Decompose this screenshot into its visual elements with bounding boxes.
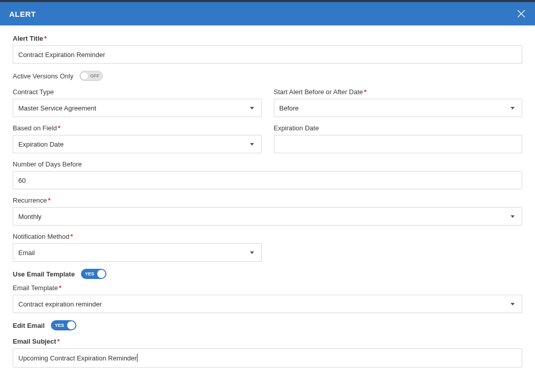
expiration-date-input[interactable] [274,135,523,153]
num-days-input[interactable]: 60 [13,171,522,189]
required-indicator: * [59,284,62,292]
num-days-label: Number of Days Before [13,160,82,168]
required-indicator: * [364,88,367,96]
toggle-yes-label: YES [85,271,94,276]
email-template-label: Email Template* [13,284,62,292]
dialog-body: Alert Title* Contract Expiration Reminde… [0,25,535,373]
start-alert-select[interactable]: Before [274,99,523,117]
toggle-knob [67,321,75,329]
toggle-off-label: OFF [90,73,99,78]
chevron-down-icon [250,107,254,109]
based-on-field-select[interactable]: Expiration Date [13,135,262,153]
active-versions-toggle[interactable]: OFF [79,71,103,81]
use-email-template-toggle[interactable]: YES [81,269,106,279]
email-subject-input[interactable]: Upcoming Contract Expiration Reminder [13,348,522,368]
contract-type-select[interactable]: Master Service Agreement [13,99,262,117]
active-versions-label: Active Versions Only [13,72,73,80]
email-template-select[interactable]: Contract expiration reminder [13,295,522,313]
required-indicator: * [48,197,50,204]
chevron-down-icon [511,303,515,305]
expiration-date-label: Expiration Date [274,124,319,132]
start-alert-label: Start Alert Before or After Date* [274,88,367,96]
required-indicator: * [70,233,73,240]
recurrence-label: Recurrence* [13,197,50,204]
notification-method-select[interactable]: Email [13,243,262,262]
notification-method-label: Notification Method* [13,233,73,240]
toggle-knob [97,270,105,278]
required-indicator: * [58,124,61,132]
alert-title-label: Alert Title* [13,35,47,42]
edit-email-label: Edit Email [13,322,45,329]
chevron-down-icon [250,143,254,146]
alert-title-input[interactable]: Contract Expiration Reminder [13,45,522,64]
required-indicator: * [44,35,47,42]
chevron-down-icon [250,251,254,254]
chevron-down-icon [511,107,515,109]
required-indicator: * [57,338,60,345]
based-on-field-label: Based on Field* [13,124,61,132]
chevron-down-icon [511,215,515,218]
dialog-title: ALERT [9,10,36,18]
close-icon[interactable] [517,9,526,18]
toggle-knob [80,72,89,80]
email-subject-label: Email Subject* [13,338,60,345]
edit-email-toggle[interactable]: YES [51,320,76,330]
use-email-template-label: Use Email Template [13,270,75,278]
contract-type-label: Contract Type [13,88,54,96]
toggle-yes-label: YES [55,323,64,328]
dialog-header: ALERT [0,2,535,25]
recurrence-select[interactable]: Monthly [13,207,522,226]
